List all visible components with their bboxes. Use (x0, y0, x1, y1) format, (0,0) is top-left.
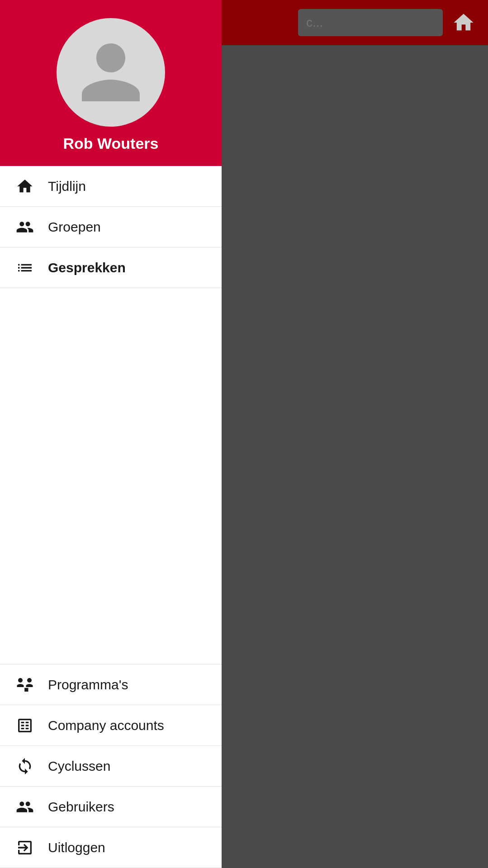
recycle-icon (14, 756, 35, 777)
avatar (57, 18, 165, 127)
home-nav-icon (14, 176, 35, 197)
sidebar-item-uitloggen[interactable]: Uitloggen (0, 827, 222, 868)
sidebar-item-cyclussen[interactable]: Cyclussen (0, 746, 222, 787)
drawer: Rob Wouters Tijdlijn Groepen (0, 0, 222, 868)
sidebar-item-label-programmas: Programma's (48, 677, 128, 693)
groups-icon (14, 217, 35, 237)
profile-header: Rob Wouters (0, 0, 222, 166)
sidebar-item-programmas[interactable]: Programma's (0, 664, 222, 705)
sidebar-item-gesprekken[interactable]: Gesprekken (0, 247, 222, 288)
building-icon (14, 715, 35, 736)
menu-spacer (0, 288, 222, 664)
users-admin-icon (14, 797, 35, 817)
sidebar-item-label-cyclussen: Cyclussen (48, 759, 110, 774)
list-icon (14, 257, 35, 278)
sidebar-item-company-accounts[interactable]: Company accounts (0, 705, 222, 746)
sidebar-item-groepen[interactable]: Groepen (0, 207, 222, 247)
profile-name: Rob Wouters (63, 135, 159, 152)
search-input[interactable] (298, 9, 443, 36)
sidebar-item-label-gesprekken: Gesprekken (48, 260, 126, 275)
sidebar-item-label-company-accounts: Company accounts (48, 718, 164, 733)
sidebar-item-tijdlijn[interactable]: Tijdlijn (0, 166, 222, 207)
logout-icon (14, 837, 35, 858)
home-icon (452, 11, 475, 34)
right-panel (222, 0, 488, 868)
home-button[interactable] (448, 7, 479, 38)
sidebar-item-label-tijdlijn: Tijdlijn (48, 179, 86, 194)
bottom-menu: Programma's Company accounts Cyclu (0, 664, 222, 868)
sidebar-item-gebruikers[interactable]: Gebruikers (0, 787, 222, 827)
top-bar (222, 0, 488, 45)
theatre-icon (14, 674, 35, 695)
sidebar-item-label-gebruikers: Gebruikers (48, 799, 114, 815)
sidebar-item-label-uitloggen: Uitloggen (48, 840, 105, 855)
avatar-icon (75, 36, 147, 109)
menu-list: Tijdlijn Groepen Gesprekken (0, 166, 222, 868)
sidebar-item-label-groepen: Groepen (48, 219, 101, 235)
